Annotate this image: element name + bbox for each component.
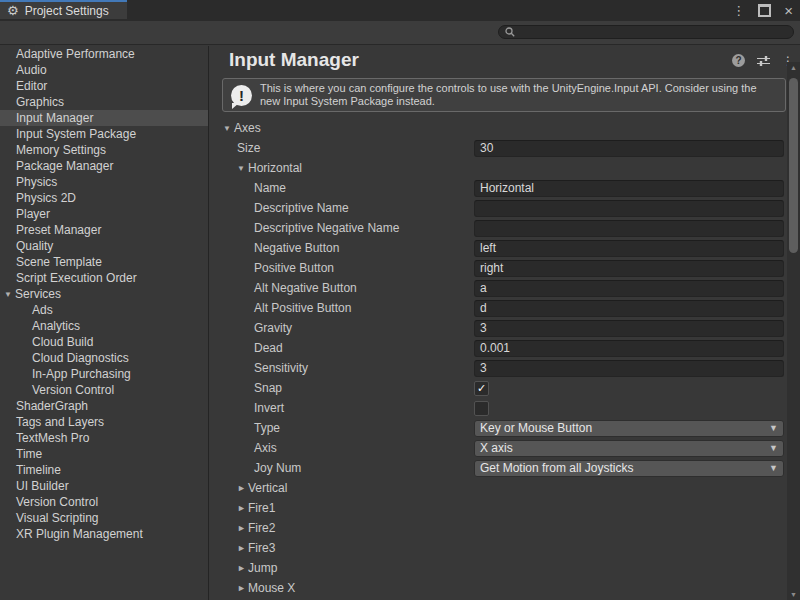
property-row-dead: Dead0.001 <box>210 338 787 358</box>
property-label: Positive Button <box>254 261 334 275</box>
sidebar-item-cloud-build[interactable]: Cloud Build <box>0 334 208 350</box>
foldout-closed-icon[interactable]: ► <box>237 483 248 493</box>
window-tab-bar: ⚙ Project Settings ⋮ × <box>0 0 800 21</box>
help-icon[interactable]: ? <box>732 54 745 67</box>
sidebar-item-physics-2d[interactable]: Physics 2D <box>0 190 208 206</box>
sidebar-item-label: Audio <box>16 63 47 77</box>
text-field-name[interactable]: Horizontal <box>474 180 784 197</box>
foldout-closed-icon[interactable]: ► <box>237 563 248 573</box>
property-label: Negative Button <box>254 241 339 255</box>
foldout-closed-icon[interactable]: ► <box>237 583 248 593</box>
search-input[interactable] <box>519 25 783 39</box>
property-value: Horizontal <box>474 180 784 197</box>
property-rows: ▼AxesSize30▼HorizontalNameHorizontalDesc… <box>210 118 787 598</box>
sidebar-item-version-control[interactable]: Version Control <box>0 494 208 510</box>
sidebar-item-physics[interactable]: Physics <box>0 174 208 190</box>
sidebar-item-analytics[interactable]: Analytics <box>0 318 208 334</box>
sidebar-item-visual-scripting[interactable]: Visual Scripting <box>0 510 208 526</box>
sidebar-item-label: Visual Scripting <box>16 511 99 525</box>
text-field-dead[interactable]: 0.001 <box>474 340 784 357</box>
text-field-size[interactable]: 30 <box>474 140 784 157</box>
text-field-sensitivity[interactable]: 3 <box>474 360 784 377</box>
property-row-negative-button: Negative Buttonleft <box>210 238 787 258</box>
foldout-closed-icon[interactable]: ► <box>237 523 248 533</box>
sidebar-item-timeline[interactable]: Timeline <box>0 462 208 478</box>
text-field-positive-button[interactable]: right <box>474 260 784 277</box>
window-menu-icon[interactable]: ⋮ <box>732 4 745 17</box>
sidebar-item-tags-and-layers[interactable]: Tags and Layers <box>0 414 208 430</box>
sidebar-item-services[interactable]: ▼Services <box>0 286 208 302</box>
dropdown-axis[interactable]: X axis▼ <box>474 440 784 457</box>
sidebar-item-shadergraph[interactable]: ShaderGraph <box>0 398 208 414</box>
sidebar-item-label: Services <box>15 287 61 301</box>
dropdown-type[interactable]: Key or Mouse Button▼ <box>474 420 784 437</box>
close-icon[interactable]: × <box>784 3 793 18</box>
tab-project-settings[interactable]: ⚙ Project Settings <box>0 0 127 19</box>
sidebar-item-editor[interactable]: Editor <box>0 78 208 94</box>
scroll-up-icon[interactable]: ▲ <box>787 64 800 71</box>
checkbox-snap[interactable]: ✓ <box>474 381 489 396</box>
property-row-invert: Invert <box>210 398 787 418</box>
property-row-descriptive-name: Descriptive Name <box>210 198 787 218</box>
property-label: Descriptive Negative Name <box>254 221 399 235</box>
property-label: Mouse X <box>248 581 295 595</box>
text-field-descriptive-name[interactable] <box>474 200 784 217</box>
sidebar-item-label: Analytics <box>32 319 80 333</box>
scroll-down-icon[interactable]: ▼ <box>787 591 800 598</box>
text-field-descriptive-negative-name[interactable] <box>474 220 784 237</box>
sidebar-item-version-control[interactable]: Version Control <box>0 382 208 398</box>
sidebar-item-audio[interactable]: Audio <box>0 62 208 78</box>
sidebar-item-adaptive-performance[interactable]: Adaptive Performance <box>0 46 208 62</box>
text-field-alt-positive-button[interactable]: d <box>474 300 784 317</box>
sidebar-item-scene-template[interactable]: Scene Template <box>0 254 208 270</box>
sidebar-item-input-system-package[interactable]: Input System Package <box>0 126 208 142</box>
maximize-icon[interactable] <box>758 4 771 17</box>
sidebar-item-textmesh-pro[interactable]: TextMesh Pro <box>0 430 208 446</box>
help-box-text: This is where you can configure the cont… <box>260 82 777 108</box>
dropdown-arrow-icon: ▼ <box>769 423 778 433</box>
sidebar-item-memory-settings[interactable]: Memory Settings <box>0 142 208 158</box>
sidebar-item-graphics[interactable]: Graphics <box>0 94 208 110</box>
foldout-open-icon[interactable]: ▼ <box>223 124 234 133</box>
text-field-gravity[interactable]: 3 <box>474 320 784 337</box>
property-value <box>474 220 784 237</box>
sidebar-item-label: Input Manager <box>16 111 93 125</box>
sidebar-item-label: Scene Template <box>16 255 102 269</box>
sidebar-item-quality[interactable]: Quality <box>0 238 208 254</box>
checkbox-invert[interactable] <box>474 401 489 416</box>
presets-icon[interactable] <box>756 55 771 67</box>
foldout-closed-icon[interactable]: ► <box>237 503 248 513</box>
sidebar-item-label: UI Builder <box>16 479 69 493</box>
sidebar-list: Adaptive PerformanceAudioEditorGraphicsI… <box>0 46 208 542</box>
sidebar-item-input-manager[interactable]: Input Manager <box>0 110 208 126</box>
foldout-open-icon[interactable]: ▼ <box>237 164 248 173</box>
sidebar-item-cloud-diagnostics[interactable]: Cloud Diagnostics <box>0 350 208 366</box>
sidebar-item-player[interactable]: Player <box>0 206 208 222</box>
vertical-scrollbar[interactable]: ▲ ▼ <box>787 62 800 600</box>
text-field-alt-negative-button[interactable]: a <box>474 280 784 297</box>
sidebar-item-time[interactable]: Time <box>0 446 208 462</box>
sidebar-item-xr-plugin-management[interactable]: XR Plugin Management <box>0 526 208 542</box>
property-row-fire2: ►Fire2 <box>210 518 787 538</box>
property-label: Name <box>254 181 286 195</box>
sidebar-item-script-execution-order[interactable]: Script Execution Order <box>0 270 208 286</box>
sidebar-item-preset-manager[interactable]: Preset Manager <box>0 222 208 238</box>
dropdown-arrow-icon: ▼ <box>769 463 778 473</box>
tab-title: Project Settings <box>25 4 109 18</box>
dropdown-joy-num[interactable]: Get Motion from all Joysticks▼ <box>474 460 784 477</box>
property-label: Fire1 <box>248 501 275 515</box>
sidebar-item-in-app-purchasing[interactable]: In-App Purchasing <box>0 366 208 382</box>
text-field-negative-button[interactable]: left <box>474 240 784 257</box>
scrollbar-thumb[interactable] <box>789 78 798 253</box>
foldout-closed-icon[interactable]: ► <box>237 543 248 553</box>
search-box[interactable] <box>498 25 794 39</box>
sidebar-item-package-manager[interactable]: Package Manager <box>0 158 208 174</box>
sidebar-item-label: Player <box>16 207 50 221</box>
foldout-open-icon[interactable]: ▼ <box>1 290 15 299</box>
property-row-axes: ▼Axes <box>210 118 787 138</box>
dropdown-arrow-icon: ▼ <box>769 443 778 453</box>
sidebar-item-ui-builder[interactable]: UI Builder <box>0 478 208 494</box>
property-value: X axis▼ <box>474 440 784 457</box>
sidebar-item-label: Physics <box>16 175 57 189</box>
sidebar-item-ads[interactable]: Ads <box>0 302 208 318</box>
